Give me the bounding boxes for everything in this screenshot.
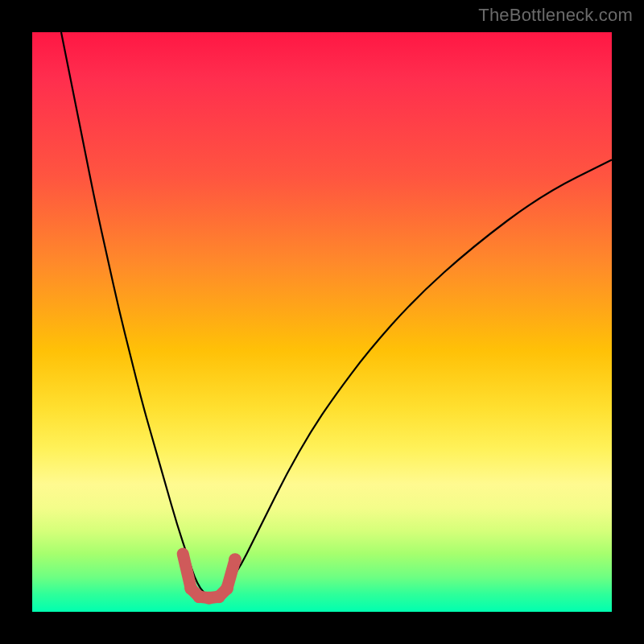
valley-dot: [177, 548, 188, 559]
chart-frame: TheBottleneck.com: [0, 0, 644, 644]
valley-markers: [177, 548, 242, 605]
watermark-text: TheBottleneck.com: [478, 5, 633, 26]
valley-dot: [221, 582, 233, 595]
curve-layer: [32, 32, 612, 612]
plot-area: [32, 32, 612, 612]
bottleneck-curve-path: [61, 32, 612, 597]
valley-dot: [229, 553, 242, 566]
